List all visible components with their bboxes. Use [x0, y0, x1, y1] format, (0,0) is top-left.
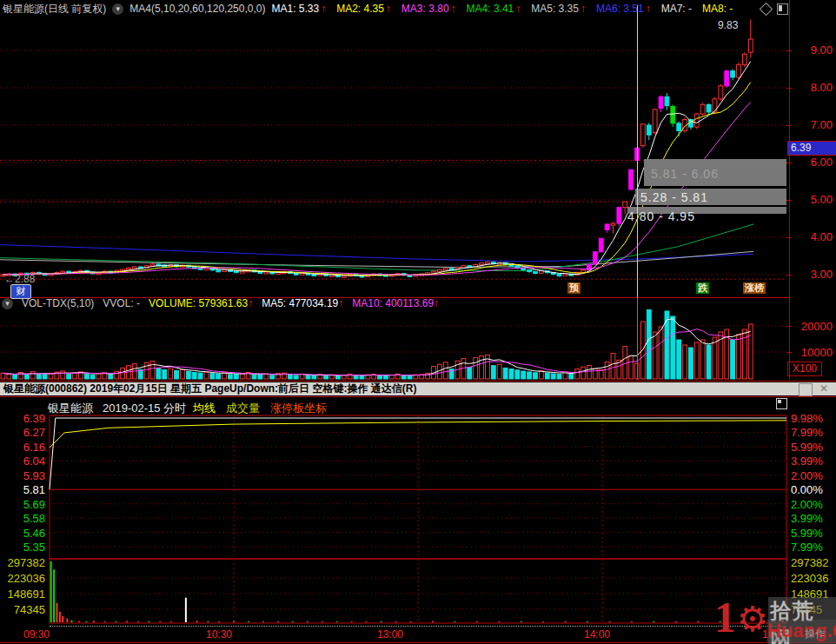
- gear-icon: ⚙: [737, 599, 768, 639]
- axis-tick: [786, 326, 792, 327]
- restore-window-icon[interactable]: [776, 398, 787, 409]
- intraday-percent-label: 0.00%: [791, 483, 823, 496]
- chevron-down-icon[interactable]: ▾: [112, 3, 123, 15]
- axis-tick: [786, 88, 792, 89]
- high-price-label: 9.83: [718, 19, 738, 31]
- diamond-icon[interactable]: [760, 2, 773, 16]
- main-chart-titlebar: 银星能源(日线 前复权) ▾ MA4(5,10,20,60,120,250,0,…: [0, 0, 836, 17]
- intraday-percent-label: 2.00%: [791, 498, 823, 511]
- volume-ma5: MA5: 477034.19↑: [262, 297, 343, 309]
- intraday-price-label: 5.46: [2, 527, 45, 540]
- watermark-domain: Huang.CN: [766, 620, 836, 642]
- intraday-volume-label-left: 297382: [2, 556, 45, 569]
- current-price-tag: 6.39: [787, 141, 836, 156]
- daily-volume-chart[interactable]: [0, 309, 786, 382]
- price-axis-label: 7.00: [794, 118, 833, 131]
- price-axis-label: 6.00: [794, 156, 833, 169]
- price-axis-label: 3.00: [794, 268, 833, 281]
- intraday-percent-label: 5.99%: [791, 527, 823, 540]
- intraday-chart[interactable]: [0, 415, 836, 644]
- ma-readout: MA7: -: [661, 3, 692, 15]
- volume-value: VOLUME: 579361.63↑: [149, 297, 253, 309]
- intraday-price-label: 6.39: [2, 412, 45, 425]
- status-text: 银星能源(000862) 2019年02月15日 星期五 PageUp/Down…: [3, 382, 416, 395]
- intraday-percent-label: 2.00%: [791, 469, 823, 482]
- symbol-title: 银星能源(日线 前复权): [3, 2, 106, 17]
- ma-readout: MA5: 3.35↑: [531, 3, 586, 15]
- intraday-percent-label: 7.99%: [791, 541, 823, 554]
- bottom-border: [0, 642, 836, 643]
- intraday-legend-item[interactable]: 涨停板坐标: [270, 401, 327, 416]
- ma-value-list: MA1: 5.33↑MA2: 4.35↑MA3: 3.80↑MA4: 3.41↑…: [271, 3, 733, 15]
- volume-indicator-name[interactable]: VOL-TDX(5,10): [22, 297, 94, 309]
- intraday-percent-label: 7.99%: [791, 426, 823, 439]
- ma-readout: MA1: 5.33↑: [271, 3, 326, 15]
- axis-tick: [786, 50, 792, 51]
- ma-readout: MA4: 3.41↑: [467, 3, 521, 15]
- intraday-price-label: 5.69: [2, 498, 45, 511]
- ma-readout: MA6: 3.51↑: [596, 3, 651, 15]
- vvol-value: VVOL: -: [103, 297, 140, 309]
- intraday-percent-label: 3.99%: [791, 512, 823, 525]
- axis-tick: [786, 125, 792, 126]
- ma-readout: MA2: 4.35↑: [336, 3, 391, 15]
- axis-tick: [786, 237, 792, 238]
- maximize-button[interactable]: [799, 383, 813, 396]
- volume-axis-label: 20000: [794, 320, 833, 333]
- volume-header: ▾ VOL-TDX(5,10) VVOL: - VOLUME: 579361.6…: [2, 297, 439, 309]
- volume-ma10: MA10: 400113.69↑: [352, 297, 439, 309]
- intraday-legend-item[interactable]: 成交量: [226, 401, 260, 416]
- intraday-percent-label: 5.99%: [791, 441, 823, 454]
- intraday-percent-label: 9.98%: [791, 412, 823, 425]
- tdx-app-window: 银星能源(日线 前复权) ▾ MA4(5,10,20,60,120,250,0,…: [0, 0, 836, 644]
- time-axis-label: 14:00: [580, 628, 614, 641]
- intraday-percent-label: 3.99%: [791, 455, 823, 468]
- intraday-window-top-border: [0, 396, 836, 397]
- intraday-price-label: 5.81: [2, 483, 45, 496]
- time-axis-label: 10:30: [202, 628, 236, 641]
- time-axis-label: 09:30: [19, 628, 54, 641]
- alert-price-label: ←2.88: [4, 273, 35, 285]
- gap-zone-label: 5.81 - 6.06: [651, 167, 719, 181]
- time-tick-row: [50, 626, 786, 627]
- watermark-one: 1: [714, 595, 736, 639]
- volume-baseline: [0, 381, 836, 382]
- ma-readout: MA8: -: [702, 3, 733, 15]
- intraday-price-label: 6.04: [2, 455, 45, 468]
- event-marker-badge[interactable]: 跌: [696, 282, 709, 294]
- intraday-price-label: 6.27: [2, 426, 45, 439]
- volume-axis-label: 10000: [794, 346, 833, 359]
- price-axis-label: 8.00: [794, 81, 833, 94]
- price-axis-label: 5.00: [794, 193, 833, 206]
- time-axis-label: 13:00: [373, 628, 408, 641]
- intraday-volume-label-right: 223036: [791, 572, 828, 585]
- intraday-legend-item[interactable]: 均线: [193, 401, 216, 416]
- volume-unit-label: X100: [787, 362, 822, 376]
- ma-readout: MA3: 3.80↑: [401, 3, 456, 15]
- event-marker-badge[interactable]: 涨榜: [743, 282, 766, 294]
- intraday-price-label: 5.93: [2, 469, 45, 482]
- indicator-name[interactable]: MA4(5,10,20,60,120,250,0,0): [129, 3, 265, 15]
- intraday-volume-label-right: 297382: [791, 556, 828, 569]
- crosshair-vline-volume: [637, 297, 638, 380]
- action-menu-label[interactable]: 操作: [805, 627, 826, 641]
- status-bar: 银星能源(000862) 2019年02月15日 星期五 PageUp/Down…: [0, 382, 836, 395]
- event-marker-badge[interactable]: 预: [567, 282, 581, 294]
- intraday-price-label: 6.16: [2, 441, 45, 454]
- axis-tick: [786, 200, 792, 201]
- axis-tick: [786, 163, 792, 163]
- axis-tick: [786, 352, 792, 353]
- intraday-volume-label-left: 148691: [2, 588, 45, 601]
- intraday-volume-label-left: 74345: [2, 603, 45, 616]
- price-axis-label: 4.00: [794, 230, 833, 243]
- close-button[interactable]: ✕: [818, 383, 830, 395]
- intraday-volume-label-left: 223036: [2, 572, 45, 585]
- right-axis-line-top: [789, 0, 790, 380]
- price-axis-label: 9.00: [794, 43, 833, 56]
- intraday-price-label: 5.58: [2, 512, 45, 525]
- crosshair-vline: [637, 5, 638, 297]
- daily-candlestick-chart[interactable]: [0, 17, 786, 297]
- axis-tick: [786, 275, 792, 276]
- chevron-down-icon[interactable]: ▾: [2, 298, 13, 309]
- split-window-icon[interactable]: [777, 3, 788, 15]
